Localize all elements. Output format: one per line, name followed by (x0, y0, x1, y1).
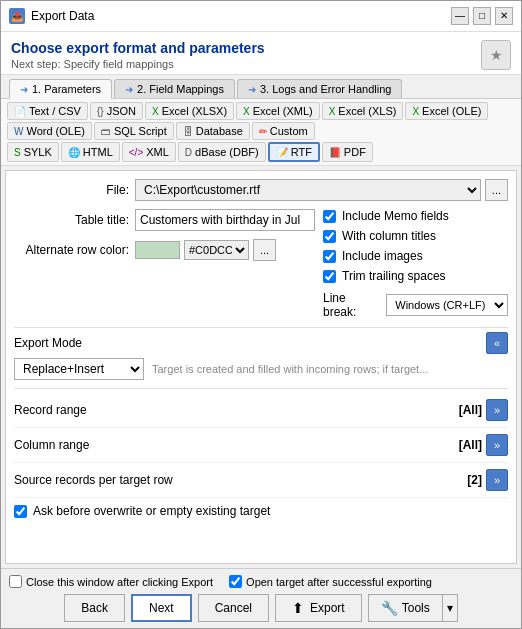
export-label: Export (310, 601, 345, 615)
color-swatch (135, 241, 180, 259)
format-sql-script[interactable]: 🗃 SQL Script (94, 122, 174, 140)
open-target-check-item: Open target after successful exporting (229, 575, 432, 588)
format-excel-xml[interactable]: X Excel (XML) (236, 102, 320, 120)
format-excel-ole[interactable]: X Excel (OLE) (405, 102, 488, 120)
source-records-expand-button[interactable]: » (486, 469, 508, 491)
database-icon: 🗄 (183, 126, 193, 137)
divider-1 (14, 327, 508, 328)
dbase-icon: D (185, 147, 192, 158)
tools-button[interactable]: 🔧 Tools (368, 594, 443, 622)
html-icon: 🌐 (68, 147, 80, 158)
format-dbase[interactable]: D dBase (DBF) (178, 142, 266, 162)
record-range-label: Record range (14, 403, 87, 417)
file-input[interactable]: C:\Export\customer.rtf (135, 179, 481, 201)
tools-dropdown-button[interactable]: ▾ (443, 594, 458, 622)
header-title: Choose export format and parameters (11, 40, 265, 56)
tab-logs[interactable]: ➜ 3. Logs and Error Handling (237, 79, 402, 98)
ask-before-overwrite-checkbox[interactable] (14, 505, 27, 518)
mode-row: Replace+Insert Insert only Update only D… (14, 358, 508, 380)
cancel-button[interactable]: Cancel (198, 594, 269, 622)
toolbar-row-1: 📄 Text / CSV {} JSON X Excel (XLSX) X Ex… (7, 102, 515, 120)
with-column-titles-row: With column titles (323, 229, 508, 243)
xml-icon: </> (129, 147, 143, 158)
back-label: Back (81, 601, 108, 615)
content-area: File: C:\Export\customer.rtf ... Table t… (5, 170, 517, 564)
close-window-checkbox[interactable] (9, 575, 22, 588)
pdf-icon: 📕 (329, 147, 341, 158)
column-range-controls: [All] » (459, 434, 508, 456)
record-range-value: [All] (459, 403, 482, 417)
file-browse-button[interactable]: ... (485, 179, 508, 201)
json-icon: {} (97, 106, 104, 117)
format-pdf[interactable]: 📕 PDF (322, 142, 373, 162)
line-break-select[interactable]: Windows (CR+LF) Unix (LF) Mac (CR) (386, 294, 508, 316)
tab-label-2: 2. Field Mappings (137, 83, 224, 95)
format-json[interactable]: {} JSON (90, 102, 143, 120)
format-text-csv[interactable]: 📄 Text / CSV (7, 102, 88, 120)
record-range-controls: [All] » (459, 399, 508, 421)
tabs-section: ➜ 1. Parameters ➜ 2. Field Mappings ➜ 3.… (1, 75, 521, 99)
format-xml[interactable]: </> XML (122, 142, 176, 162)
toolbar-row-2: W Word (OLE) 🗃 SQL Script 🗄 Database ✏ C… (7, 122, 515, 140)
include-memo-checkbox[interactable] (323, 210, 336, 223)
close-window-check-item: Close this window after clicking Export (9, 575, 213, 588)
close-button[interactable]: ✕ (495, 7, 513, 25)
alt-row-color-label: Alternate row color: (14, 243, 129, 257)
main-window: 📤 Export Data — □ ✕ Choose export format… (0, 0, 522, 629)
xlsx-icon: X (152, 106, 159, 117)
tools-icon: 🔧 (381, 600, 398, 616)
export-mode-select[interactable]: Replace+Insert Insert only Update only D… (14, 358, 144, 380)
include-images-checkbox[interactable] (323, 250, 336, 263)
format-custom[interactable]: ✏ Custom (252, 122, 315, 140)
star-button[interactable]: ★ (481, 40, 511, 70)
format-rtf[interactable]: 📝 RTF (268, 142, 320, 162)
export-mode-expand-button[interactable]: « (486, 332, 508, 354)
source-records-controls: [2] » (467, 469, 508, 491)
format-excel-xls[interactable]: X Excel (XLS) (322, 102, 404, 120)
open-target-checkbox[interactable] (229, 575, 242, 588)
table-title-row: Table title: (14, 209, 315, 231)
cancel-label: Cancel (215, 601, 252, 615)
export-mode-section: Export Mode « Replace+Insert Insert only… (14, 332, 508, 380)
open-target-label: Open target after successful exporting (246, 576, 432, 588)
back-button[interactable]: Back (64, 594, 125, 622)
format-sylk[interactable]: S SYLK (7, 142, 59, 162)
xls-icon: X (329, 106, 336, 117)
table-title-control (135, 209, 315, 231)
with-column-titles-checkbox[interactable] (323, 230, 336, 243)
minimize-button[interactable]: — (451, 7, 469, 25)
tab-field-mappings[interactable]: ➜ 2. Field Mappings (114, 79, 235, 98)
toolbar-row-3: S SYLK 🌐 HTML </> XML D dBase (DBF) 📝 RT… (7, 142, 515, 162)
export-mode-header: Export Mode « (14, 332, 508, 354)
record-range-expand-button[interactable]: » (486, 399, 508, 421)
next-button[interactable]: Next (131, 594, 192, 622)
format-database[interactable]: 🗄 Database (176, 122, 250, 140)
file-row: File: C:\Export\customer.rtf ... (14, 179, 508, 201)
column-range-expand-button[interactable]: » (486, 434, 508, 456)
include-memo-label: Include Memo fields (342, 209, 449, 223)
export-icon: ⬆ (292, 600, 304, 616)
tab-arrow-2: ➜ (125, 84, 133, 95)
text-csv-icon: 📄 (14, 106, 26, 117)
tools-group: 🔧 Tools ▾ (368, 594, 458, 622)
table-title-input[interactable] (135, 209, 315, 231)
color-dropdown[interactable]: #C0DCC0 (184, 240, 249, 260)
format-word-ole[interactable]: W Word (OLE) (7, 122, 92, 140)
color-browse-button[interactable]: ... (253, 239, 276, 261)
format-html[interactable]: 🌐 HTML (61, 142, 120, 162)
record-range-row: Record range [All] » (14, 393, 508, 428)
tools-dropdown-icon: ▾ (447, 601, 453, 615)
maximize-button[interactable]: □ (473, 7, 491, 25)
export-button[interactable]: ⬆ Export (275, 594, 362, 622)
export-mode-title: Export Mode (14, 336, 82, 350)
trim-trailing-spaces-checkbox[interactable] (323, 270, 336, 283)
tab-parameters[interactable]: ➜ 1. Parameters (9, 79, 112, 99)
left-column: Table title: Alternate row color: #C0DCC… (14, 209, 315, 319)
divider-2 (14, 388, 508, 389)
format-excel-xlsx[interactable]: X Excel (XLSX) (145, 102, 234, 120)
window-title: Export Data (31, 9, 445, 23)
header-text: Choose export format and parameters Next… (11, 40, 265, 70)
source-records-row: Source records per target row [2] » (14, 463, 508, 498)
toolbar: 📄 Text / CSV {} JSON X Excel (XLSX) X Ex… (1, 99, 521, 166)
include-memo-row: Include Memo fields (323, 209, 508, 223)
